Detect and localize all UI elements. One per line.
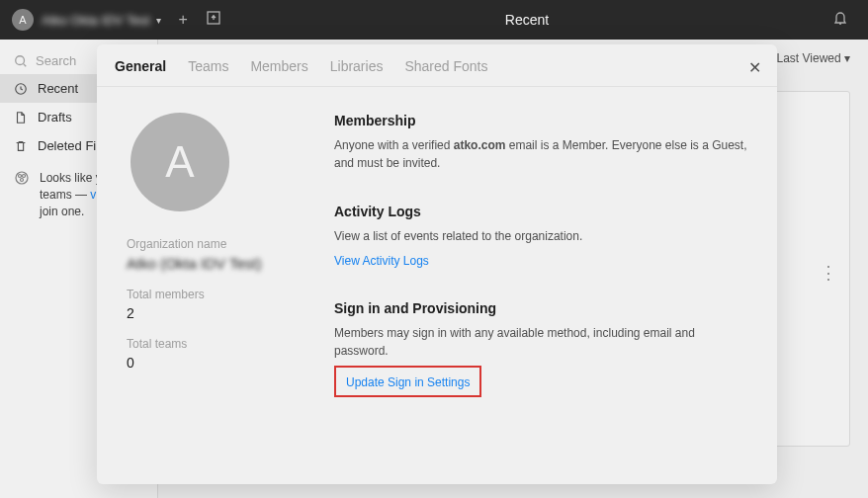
modal-overlay	[0, 0, 868, 498]
